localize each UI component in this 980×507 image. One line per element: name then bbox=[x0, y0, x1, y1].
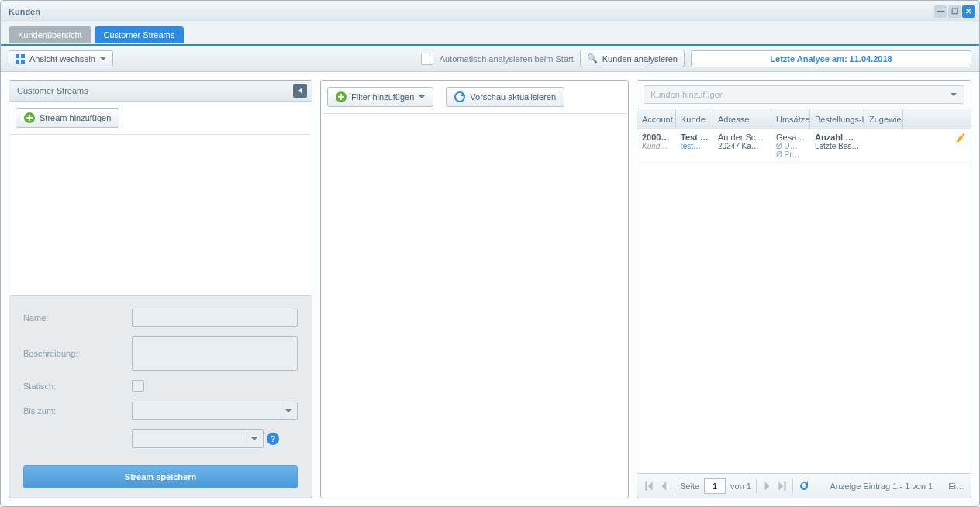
col-zugewiesen[interactable]: Zugewiesen bbox=[864, 109, 903, 129]
analyze-customers-label: Kunden analysieren bbox=[602, 54, 678, 64]
page-input[interactable] bbox=[704, 478, 726, 494]
grid-icon bbox=[16, 54, 25, 64]
col-kunde[interactable]: Kunde bbox=[676, 109, 713, 129]
stream-form: Name: Beschreibung: Statisch: Bis zum: bbox=[9, 295, 312, 498]
chevron-down-icon bbox=[419, 95, 425, 98]
cell-umsaetze: Gesa… Ø U… Ø Pr… bbox=[771, 133, 810, 159]
page-label: Seite bbox=[680, 481, 699, 491]
chevron-down-icon bbox=[285, 409, 292, 412]
add-customer-placeholder: Kunden hinzufügen bbox=[650, 90, 724, 99]
description-field[interactable] bbox=[132, 336, 298, 371]
next-page-icon[interactable] bbox=[761, 481, 772, 491]
collapse-icon[interactable] bbox=[293, 84, 307, 98]
add-filter-button[interactable]: Filter hinzufügen bbox=[327, 87, 433, 107]
refresh-preview-label: Vorschau aktualisieren bbox=[470, 92, 556, 102]
add-filter-label: Filter hinzufügen bbox=[351, 92, 414, 102]
page-of-label: von 1 bbox=[730, 481, 751, 491]
tab-strip: Kundenübersicht Customer Streams bbox=[1, 22, 979, 46]
static-checkbox[interactable] bbox=[132, 380, 144, 392]
streams-panel-header: Customer Streams bbox=[9, 81, 312, 102]
view-switch-button[interactable]: Ansicht wechseln bbox=[9, 50, 113, 67]
table-row[interactable]: 2000… Kund… Test … test… An der Sc… 2024… bbox=[637, 129, 971, 163]
plus-icon bbox=[336, 91, 347, 102]
window-title: Kunden bbox=[9, 7, 40, 16]
save-stream-button[interactable]: Stream speichern bbox=[23, 465, 298, 488]
streams-panel-title: Customer Streams bbox=[17, 86, 88, 95]
refresh-icon bbox=[454, 91, 465, 102]
static-label: Statisch: bbox=[23, 381, 124, 391]
description-label: Beschreibung: bbox=[23, 349, 124, 358]
col-actions bbox=[903, 109, 971, 129]
edit-icon[interactable] bbox=[955, 133, 966, 143]
titlebar: Kunden — ☐ ✕ bbox=[1, 1, 979, 22]
customers-grid: Account Kunde Adresse Umsätze Bestellung… bbox=[637, 109, 971, 498]
streams-toolbar: Stream hinzufügen bbox=[9, 102, 312, 135]
analyze-icon: 🔍 bbox=[587, 53, 598, 64]
first-page-icon[interactable] bbox=[644, 481, 654, 491]
auto-analyze-label: Automatisch analysieren beim Start bbox=[440, 54, 574, 64]
chevron-down-icon bbox=[951, 93, 957, 96]
chevron-down-icon bbox=[100, 57, 106, 60]
close-icon[interactable]: ✕ bbox=[962, 5, 975, 18]
last-analysis-info: Letzte Analyse am: 11.04.2018 bbox=[691, 50, 971, 67]
until-date-select[interactable] bbox=[132, 402, 298, 420]
chevron-down-icon bbox=[251, 437, 257, 440]
last-page-icon[interactable] bbox=[777, 481, 788, 491]
add-customer-combo[interactable]: Kunden hinzufügen bbox=[644, 85, 964, 104]
analyze-customers-button[interactable]: 🔍 Kunden analysieren bbox=[580, 50, 685, 67]
streams-panel: Customer Streams Stream hinzufügen Name:… bbox=[9, 80, 312, 498]
auto-analyze-checkbox[interactable] bbox=[421, 53, 433, 65]
combo-bar: Kunden hinzufügen bbox=[637, 81, 971, 109]
plus-icon bbox=[24, 112, 35, 123]
filter-body bbox=[321, 114, 628, 498]
cell-kunde: Test … test… bbox=[676, 133, 713, 159]
tab-customer-streams[interactable]: Customer Streams bbox=[95, 26, 185, 43]
refresh-preview-button[interactable]: Vorschau aktualisieren bbox=[446, 87, 564, 107]
workspace: Customer Streams Stream hinzufügen Name:… bbox=[1, 72, 979, 506]
name-field[interactable] bbox=[132, 309, 298, 327]
filter-panel: Filter hinzufügen Vorschau aktualisieren bbox=[320, 80, 629, 498]
add-stream-label: Stream hinzufügen bbox=[40, 113, 111, 122]
cell-bestellungen: Anzahl B… Letzte Bes… bbox=[810, 133, 864, 159]
reload-icon[interactable] bbox=[798, 480, 810, 492]
cell-adresse: An der Sc… 20247 Ka… bbox=[713, 133, 771, 159]
maximize-icon[interactable]: ☐ bbox=[948, 5, 961, 18]
paging-extra: Ei… bbox=[948, 481, 964, 491]
col-bestellungen[interactable]: Bestellungs-Informationen bbox=[810, 109, 864, 129]
paging-info: Anzeige Eintrag 1 - 1 von 1 bbox=[830, 481, 933, 491]
cell-zugewiesen bbox=[864, 133, 903, 159]
customers-panel: Kunden hinzufügen Account Kunde Adresse … bbox=[637, 80, 971, 498]
grid-header: Account Kunde Adresse Umsätze Bestellung… bbox=[637, 109, 971, 129]
add-stream-button[interactable]: Stream hinzufügen bbox=[16, 108, 119, 128]
stream-list bbox=[9, 135, 312, 295]
name-label: Name: bbox=[23, 313, 124, 322]
tab-kundenuebersicht[interactable]: Kundenübersicht bbox=[9, 26, 91, 43]
minimize-icon[interactable]: — bbox=[934, 5, 947, 18]
filter-toolbar: Filter hinzufügen Vorschau aktualisieren bbox=[321, 81, 628, 114]
until-time-select[interactable] bbox=[132, 429, 264, 448]
main-toolbar: Ansicht wechseln Automatisch analysieren… bbox=[1, 46, 979, 72]
prev-page-icon[interactable] bbox=[659, 481, 670, 491]
help-icon[interactable]: ? bbox=[267, 433, 279, 445]
col-account[interactable]: Account bbox=[637, 109, 676, 129]
grid-body: 2000… Kund… Test … test… An der Sc… 2024… bbox=[637, 129, 971, 473]
col-umsaetze[interactable]: Umsätze bbox=[771, 109, 810, 129]
cell-account: 2000… Kund… bbox=[637, 133, 676, 159]
window: Kunden — ☐ ✕ Kundenübersicht Customer St… bbox=[0, 0, 980, 507]
view-switch-label: Ansicht wechseln bbox=[29, 54, 95, 64]
paging-toolbar: Seite von 1 Anzeige Eintrag 1 - 1 von 1 … bbox=[637, 473, 971, 498]
until-label: Bis zum: bbox=[23, 406, 124, 416]
col-adresse[interactable]: Adresse bbox=[713, 109, 771, 129]
